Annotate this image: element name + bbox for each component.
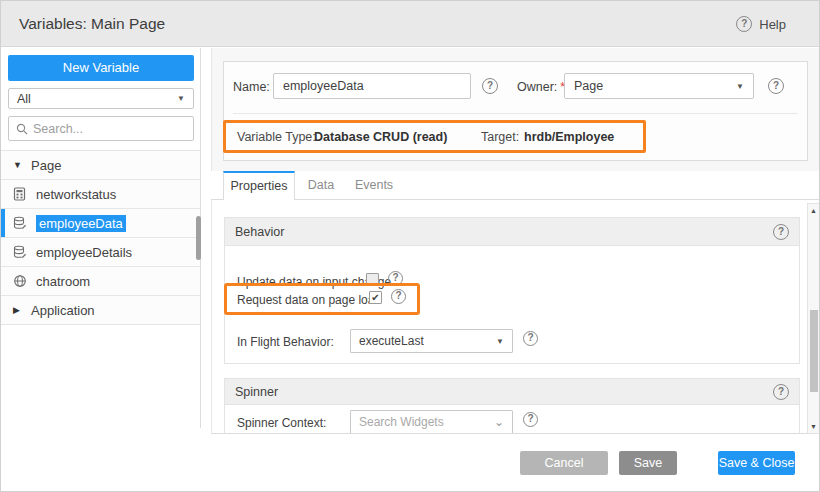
database-variable-icon [13,245,27,259]
scrollbar-thumb[interactable] [810,310,818,392]
owner-label: Owner:* [517,80,565,94]
tree-group-label: Page [31,158,61,173]
name-help-icon[interactable]: ? [482,78,498,94]
tab-events[interactable]: Events [349,171,399,200]
spinner-title: Spinner [235,385,278,399]
caret-down-icon: ▼ [13,160,22,170]
spinner-context-select[interactable]: Search Widgets ⌄ [350,410,513,434]
caret-right-icon: ▶ [13,305,22,315]
dialog-header: Variables: Main Page ? Help [1,1,820,47]
inflight-behavior-select[interactable]: executeLast ▼ [350,329,513,353]
target-label: Target: [481,130,519,144]
behavior-section-header: Behavior ? [225,218,799,246]
properties-scrollbar[interactable]: ▲ ▼ [807,203,820,434]
dropdown-arrow-icon: ▼ [736,82,744,91]
new-variable-button[interactable]: New Variable [8,55,194,81]
check-icon: ✔ [370,292,381,304]
variable-filter-select[interactable]: All ▼ [8,88,194,109]
behavior-section: Behavior ? Update data on input change ?… [224,217,800,364]
variable-search[interactable] [8,116,194,141]
inflight-help-icon[interactable]: ? [523,331,538,346]
owner-help-icon[interactable]: ? [768,78,784,94]
tree-group-label: Application [31,303,95,318]
request-data-checkbox[interactable]: ✔ [369,291,382,304]
inflight-behavior-value: executeLast [359,334,424,348]
variables-tree: ▼ Page networkstatus employeeData emplo [1,150,200,325]
properties-panel: Behavior ? Update data on input change ?… [211,200,820,434]
tab-properties[interactable]: Properties [223,171,295,200]
tree-item-label: employeeData [36,215,126,232]
sidebar-scrollbar-thumb[interactable] [196,216,201,260]
target-value: hrdb/Employee [524,130,614,144]
tree-item-chatroom[interactable]: chatroom [1,267,200,296]
tab-data[interactable]: Data [301,171,341,200]
behavior-help-icon[interactable]: ? [773,224,789,240]
tree-item-label: chatroom [36,274,90,289]
chevron-down-icon: ⌄ [494,417,504,427]
variable-filter-value: All [17,92,31,106]
dropdown-arrow-icon: ▼ [177,94,185,103]
tree-item-label: networkstatus [36,187,116,202]
spinner-help-icon[interactable]: ? [773,384,789,400]
inflight-behavior-label: In Flight Behavior: [237,335,334,349]
save-button[interactable]: Save [619,451,677,475]
name-label: Name:* [233,80,278,94]
search-icon [16,123,28,135]
cancel-button[interactable]: Cancel [520,451,608,475]
tree-group-page[interactable]: ▼ Page [1,151,200,180]
scroll-up-icon[interactable]: ▲ [808,207,819,214]
save-and-close-button[interactable]: Save & Close [718,451,795,475]
websocket-variable-icon [13,274,27,288]
variables-dialog: Variables: Main Page ? Help New Variable… [0,0,820,492]
tree-item-employeedata[interactable]: employeeData [1,209,200,238]
owner-select[interactable]: Page ▼ [564,73,754,99]
search-input[interactable] [33,122,173,136]
tree-item-label: employeeDetails [36,245,132,260]
variable-type-label: Variable Type: [237,130,316,144]
form-divider [233,113,798,114]
owner-value: Page [574,79,603,93]
scroll-down-icon[interactable]: ▼ [808,423,819,430]
request-data-label: Request data on page load [237,293,381,307]
tree-item-networkstatus[interactable]: networkstatus [1,180,200,209]
spinner-section-header: Spinner ? [225,379,799,405]
help-link[interactable]: ? Help [736,1,786,47]
database-variable-icon [13,216,27,230]
tree-group-application[interactable]: ▶ Application [1,296,200,325]
behavior-title: Behavior [235,225,284,239]
device-variable-icon [13,187,27,201]
page-title: Variables: Main Page [19,15,165,33]
spinner-section: Spinner ? Spinner Context: Search Widget… [224,378,800,434]
variable-type-value: Database CRUD (read) [314,130,447,144]
help-question-icon: ? [736,16,752,32]
dropdown-arrow-icon: ▼ [496,337,504,346]
spinner-context-placeholder: Search Widgets [359,415,444,429]
spinner-context-label: Spinner Context: [237,416,326,430]
tree-item-employeedetails[interactable]: employeeDetails [1,238,200,267]
variables-sidebar: New Variable All ▼ ▼ Page networkstatus [1,48,201,428]
help-label: Help [759,17,786,32]
name-input[interactable] [273,73,471,99]
request-data-help-icon[interactable]: ? [391,289,406,304]
spinner-context-help-icon[interactable]: ? [523,412,538,427]
